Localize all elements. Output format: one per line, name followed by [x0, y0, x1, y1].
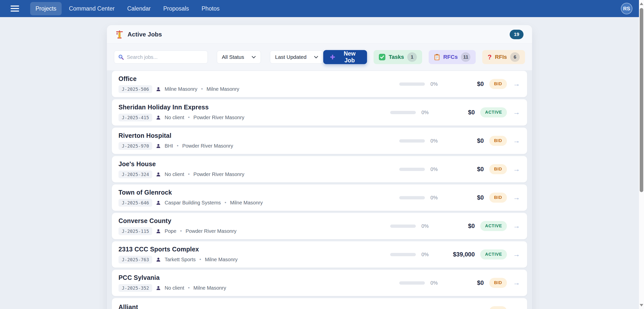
scrollbar-thumb[interactable]	[640, 8, 643, 192]
job-meta: J-2025-324 No client • Powder River Maso…	[118, 170, 244, 178]
dot-separator: •	[180, 228, 182, 234]
progress-bar	[399, 82, 425, 86]
sort-select[interactable]: Last Updated	[270, 51, 323, 64]
job-meta: J-2025-115 Pope • Powder River Masonry	[118, 227, 236, 235]
scrollbar-up-arrow-icon[interactable]	[640, 3, 643, 5]
rfis-button[interactable]: ? RFIs 6	[482, 50, 525, 64]
top-nav: Projects Command Center Calendar Proposa…	[0, 0, 639, 17]
arrow-right-icon[interactable]: →	[512, 165, 520, 174]
dot-separator: •	[177, 143, 179, 149]
dot-separator: •	[201, 86, 203, 92]
new-job-button[interactable]: New Job	[323, 50, 367, 64]
job-code: J-2025-352	[118, 284, 152, 292]
job-title: PCC Sylvania	[118, 274, 226, 281]
dot-separator: •	[199, 257, 201, 262]
job-title: Alliant	[118, 303, 147, 309]
job-amount: $0	[447, 166, 484, 173]
progress-label: 0%	[421, 223, 432, 229]
job-row[interactable]: PCC Sylvania J-2025-352 No client • Miln…	[112, 270, 527, 296]
job-title: Town of Glenrock	[118, 189, 263, 196]
job-amount: $0	[447, 80, 484, 87]
job-amount: $0	[447, 279, 484, 286]
job-title: Converse County	[118, 217, 236, 225]
tasks-label: Tasks	[389, 54, 404, 60]
jobs-list: Office J-2025-506 Milne Masonry • Milne …	[107, 71, 532, 309]
progress-bar	[399, 196, 425, 199]
arrow-right-icon[interactable]: →	[512, 108, 520, 117]
status-badge: BID	[489, 79, 507, 89]
nav-item-command-center[interactable]: Command Center	[64, 2, 120, 15]
arrow-right-icon[interactable]: →	[512, 278, 520, 287]
status-badge: BID	[489, 278, 507, 288]
job-row[interactable]: Riverton Hospital J-2025-970 BHI • Powde…	[112, 127, 527, 154]
job-client: Tarkett Sports	[165, 257, 195, 262]
dot-separator: •	[188, 171, 190, 177]
job-company: Powder River Masonry	[186, 228, 236, 234]
job-code: J-2025-646	[118, 199, 152, 207]
nav-item-calendar[interactable]: Calendar	[122, 2, 156, 15]
chevron-down-icon	[252, 56, 256, 59]
job-row[interactable]: Converse County J-2025-115 Pope • Powder…	[112, 213, 527, 239]
avatar[interactable]: RS	[621, 3, 632, 14]
status-badge: ACTIVE	[480, 249, 507, 259]
job-meta: J-2025-352 No client • Milne Masonry	[118, 284, 226, 292]
rfcs-button[interactable]: RFCs 11	[429, 50, 476, 64]
arrow-right-icon[interactable]: →	[512, 222, 520, 231]
job-amount: $39,000	[437, 251, 475, 258]
job-row[interactable]: Joe's House J-2025-324 No client • Powde…	[112, 156, 527, 183]
tasks-button[interactable]: Tasks 1	[374, 50, 422, 64]
job-row[interactable]: Sheridan Holiday Inn Express J-2025-415 …	[112, 99, 527, 126]
progress-bar	[390, 253, 416, 256]
arrow-right-icon[interactable]: →	[512, 307, 520, 309]
arrow-right-icon[interactable]: →	[512, 79, 520, 89]
dot-separator: •	[188, 115, 190, 120]
job-meta: J-2025-646 Caspar Building Systems • Mil…	[118, 199, 263, 207]
progress-bar	[399, 139, 425, 143]
job-row[interactable]: Alliant • BID →	[112, 298, 527, 309]
job-meta: J-2025-415 No client • Powder River Maso…	[118, 114, 244, 121]
progress-bar	[390, 225, 416, 228]
person-icon	[156, 257, 161, 262]
job-row[interactable]: Office J-2025-506 Milne Masonry • Milne …	[112, 71, 527, 97]
job-company: Milne Masonry	[205, 257, 237, 262]
job-amount: $0	[437, 223, 475, 230]
hamburger-icon[interactable]	[11, 6, 19, 12]
arrow-right-icon[interactable]: →	[512, 250, 520, 259]
job-row[interactable]: 2313 CCC Sports Complex J-2025-763 Tarke…	[112, 241, 527, 268]
job-title: 2313 CCC Sports Complex	[118, 246, 237, 253]
arrow-right-icon[interactable]: →	[512, 136, 520, 145]
scrollbar-down-arrow-icon[interactable]	[640, 304, 643, 306]
nav-item-photos[interactable]: Photos	[196, 2, 225, 15]
job-client: Milne Masonry	[165, 86, 197, 92]
job-row[interactable]: Town of Glenrock J-2025-646 Caspar Build…	[112, 184, 527, 211]
status-select-value: All Status	[222, 54, 244, 60]
status-badge: BID	[489, 164, 507, 174]
progress-label: 0%	[421, 110, 432, 115]
nav-item-projects[interactable]: Projects	[30, 2, 62, 15]
tasks-count-badge: 1	[407, 52, 417, 62]
rfis-label: RFIs	[495, 54, 507, 60]
search-input[interactable]	[127, 54, 204, 60]
progress-bar	[399, 168, 425, 171]
clipboard-icon	[434, 54, 440, 61]
active-jobs-panel: Active Jobs 19 All Status Last Updated	[107, 25, 532, 309]
rfcs-count-badge: 11	[461, 52, 470, 62]
filters-bar: All Status Last Updated New Job	[107, 44, 532, 71]
job-client: Pope	[165, 228, 176, 234]
job-code: J-2025-970	[118, 142, 152, 150]
job-amount: $0	[447, 137, 484, 144]
nav-item-proposals[interactable]: Proposals	[158, 2, 194, 15]
person-icon	[156, 286, 161, 290]
arrow-right-icon[interactable]: →	[512, 193, 520, 202]
jobs-count-badge: 19	[510, 30, 524, 39]
status-select[interactable]: All Status	[217, 51, 261, 64]
job-meta: J-2025-970 BHI • Powder River Masonry	[118, 142, 233, 150]
chevron-down-icon	[314, 56, 318, 59]
job-code: J-2025-506	[118, 85, 152, 93]
progress-label: 0%	[430, 280, 441, 286]
job-code: J-2025-415	[118, 114, 152, 121]
actions-group: New Job Tasks 1	[323, 50, 525, 64]
plus-icon	[330, 54, 335, 60]
progress-label: 0%	[430, 195, 441, 201]
person-icon	[156, 229, 161, 234]
